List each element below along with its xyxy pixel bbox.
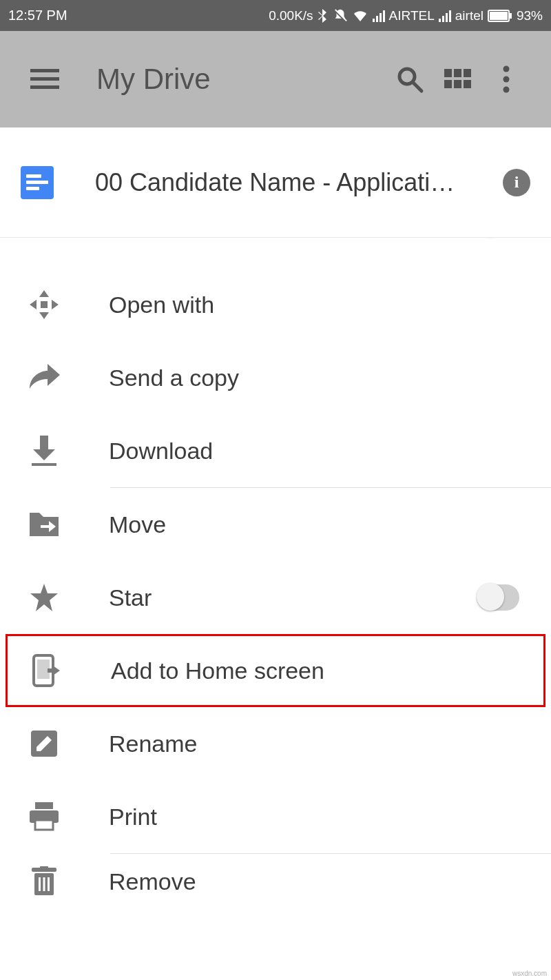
menu-item-send-copy[interactable]: Send a copy <box>0 341 551 414</box>
file-action-sheet: 00 Candidate Name - Applicati… i Availab… <box>0 127 551 909</box>
menu-item-star[interactable]: Star <box>0 561 551 634</box>
rename-icon <box>28 729 61 758</box>
trash-icon <box>28 866 61 897</box>
menu-label: Rename <box>109 731 523 757</box>
svg-rect-5 <box>30 69 59 72</box>
svg-marker-21 <box>39 312 49 319</box>
svg-point-16 <box>503 66 510 72</box>
menu-item-open-with[interactable]: Open with <box>0 268 551 341</box>
battery-icon <box>488 10 512 22</box>
svg-marker-22 <box>30 300 37 309</box>
svg-rect-39 <box>40 866 48 869</box>
status-right: 0.00K/s AIRTEL airtel 93% <box>269 8 543 23</box>
menu-label: Add to Home screen <box>111 657 521 684</box>
svg-rect-36 <box>35 820 53 830</box>
sheet-header: 00 Candidate Name - Applicati… i <box>0 127 551 238</box>
info-icon[interactable]: i <box>503 169 530 196</box>
signal-1-icon <box>373 10 385 22</box>
menu-label: Remove <box>109 868 523 895</box>
menu-label: Move <box>109 511 523 538</box>
menu-label: Download <box>109 438 523 465</box>
net-speed: 0.00K/s <box>269 8 313 23</box>
status-time: 12:57 PM <box>8 8 67 23</box>
menu-item-download[interactable]: Download <box>0 414 551 487</box>
bluetooth-icon <box>318 8 329 23</box>
app-bar: My Drive <box>0 31 551 127</box>
watermark: wsxdn.com <box>512 970 547 977</box>
svg-line-9 <box>413 83 422 91</box>
star-icon <box>28 582 61 613</box>
download-icon <box>28 436 61 466</box>
wifi-icon <box>352 9 368 23</box>
svg-marker-20 <box>39 290 49 297</box>
svg-rect-15 <box>464 80 471 88</box>
svg-rect-10 <box>444 69 452 77</box>
menu-label: Send a copy <box>109 365 523 391</box>
menu-label: Available offline <box>109 238 477 240</box>
move-folder-icon <box>28 511 61 538</box>
status-bar: 12:57 PM 0.00K/s AIRTEL airtel 93% <box>0 0 551 31</box>
svg-rect-11 <box>454 69 461 77</box>
svg-rect-12 <box>464 69 471 77</box>
svg-rect-42 <box>48 877 50 891</box>
carrier-2: airtel <box>455 8 484 23</box>
menu-item-available-offline[interactable]: Available offline <box>0 238 551 268</box>
svg-rect-24 <box>41 301 48 308</box>
svg-marker-29 <box>30 584 58 611</box>
menu-item-add-home[interactable]: Add to Home screen <box>6 634 545 707</box>
svg-rect-7 <box>30 85 59 89</box>
signal-2-icon <box>439 10 451 22</box>
more-vert-icon[interactable] <box>482 55 530 103</box>
home-screen-icon <box>30 654 63 687</box>
svg-rect-6 <box>30 77 59 81</box>
svg-rect-13 <box>444 80 452 88</box>
svg-marker-26 <box>33 449 55 460</box>
menu-item-print[interactable]: Print <box>0 780 551 853</box>
app-title: My Drive <box>96 63 211 96</box>
battery-pct: 93% <box>517 8 543 23</box>
svg-rect-3 <box>490 12 508 20</box>
svg-point-17 <box>503 76 510 83</box>
svg-rect-27 <box>32 463 56 466</box>
svg-rect-41 <box>43 877 45 891</box>
svg-rect-40 <box>39 877 41 891</box>
carrier-1: AIRTEL <box>389 8 435 23</box>
share-arrow-icon <box>28 364 61 391</box>
print-icon <box>28 802 61 831</box>
docs-file-icon <box>21 166 54 199</box>
menu-item-remove[interactable]: Remove <box>0 854 551 909</box>
open-with-icon <box>28 289 61 320</box>
menu-label: Open with <box>109 292 523 318</box>
svg-rect-14 <box>454 80 461 88</box>
star-toggle[interactable] <box>477 584 519 611</box>
search-icon[interactable] <box>386 55 434 103</box>
menu-item-rename[interactable]: Rename <box>0 707 551 780</box>
hamburger-menu-icon[interactable] <box>21 55 69 103</box>
menu-label: Star <box>109 584 477 611</box>
svg-rect-25 <box>40 436 48 449</box>
mute-icon <box>333 8 348 23</box>
menu-item-move[interactable]: Move <box>0 488 551 561</box>
menu-label: Print <box>109 804 523 830</box>
svg-marker-23 <box>52 300 59 309</box>
svg-rect-34 <box>35 802 53 809</box>
grid-view-icon[interactable] <box>434 55 482 103</box>
svg-rect-4 <box>510 13 512 19</box>
svg-point-18 <box>503 87 510 93</box>
sheet-file-title: 00 Candidate Name - Applicati… <box>95 168 503 197</box>
